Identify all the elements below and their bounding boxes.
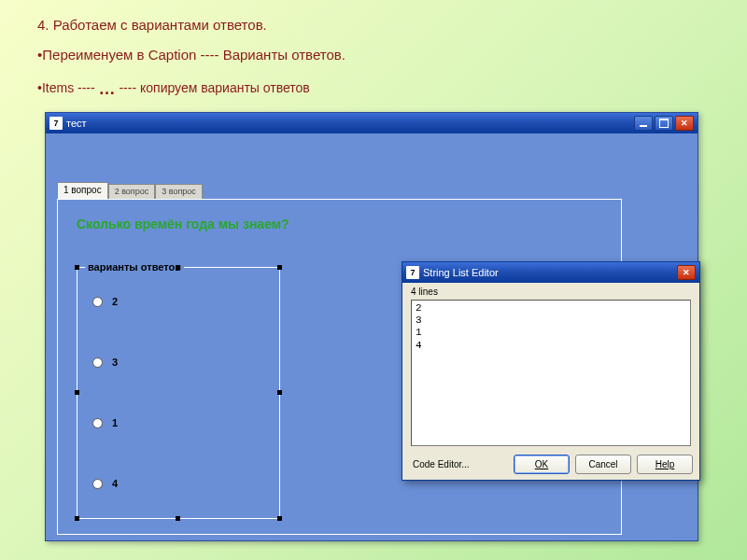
app-icon: 7 (406, 266, 419, 279)
radio-option-1[interactable]: 2 (92, 296, 118, 307)
ok-button[interactable]: OK (514, 455, 570, 474)
instruction-line-3: •Items ---- … ---- копируем варианты отв… (37, 79, 310, 99)
radio-icon (92, 357, 103, 368)
sle-textarea[interactable]: 2 3 1 4 (411, 300, 691, 446)
radiogroup-answers[interactable]: варианты ответов 2 (77, 267, 280, 519)
radio-label: 4 (112, 478, 118, 489)
instruction-line-2: •Переименуем в Caption ---- Варианты отв… (37, 47, 345, 63)
radio-option-4[interactable]: 4 (92, 478, 118, 489)
tab-3[interactable]: 3 вопрос (155, 184, 203, 199)
app-icon: 7 (49, 117, 63, 130)
selection-handle[interactable] (277, 516, 282, 521)
ellipsis: … (99, 79, 116, 98)
cancel-button[interactable]: Cancel (575, 455, 631, 474)
help-button[interactable]: Help (637, 455, 693, 474)
sle-line-count: 4 lines (411, 287, 438, 297)
radio-icon (92, 297, 103, 307)
sle-body: 4 lines 2 3 1 4 (405, 285, 697, 450)
sle-title: String List Editor (423, 267, 499, 278)
radiogroup-caption: варианты ответов (85, 261, 184, 273)
selection-handle[interactable] (75, 265, 79, 270)
tab-2[interactable]: 2 вопрос (108, 184, 156, 199)
radio-option-3[interactable]: 1 (92, 417, 118, 428)
help-label: Help (655, 459, 675, 469)
sle-titlebar[interactable]: 7 String List Editor (402, 262, 699, 283)
instruction-line-1: 4. Работаем с вариантами ответов. (37, 17, 267, 33)
radio-label: 2 (112, 296, 118, 307)
radio-icon (92, 418, 103, 428)
selection-handle[interactable] (277, 265, 282, 270)
question-label[interactable]: Сколько времён года мы знаем? (77, 217, 289, 231)
tab-1[interactable]: 1 вопрос (57, 182, 108, 199)
ok-label: OK (535, 459, 548, 469)
instruction-line-3a: •Items ---- (37, 80, 99, 95)
string-list-editor-dialog[interactable]: 7 String List Editor 4 lines 2 3 1 4 Cod… (402, 261, 700, 481)
tab-row: 1 вопрос 2 вопрос 3 вопрос (57, 182, 622, 199)
sle-close-button[interactable] (677, 265, 696, 280)
maximize-button[interactable] (655, 116, 673, 131)
instruction-line-3b: ---- копируем варианты ответов (116, 80, 310, 95)
close-button[interactable] (675, 116, 694, 131)
main-window-title: тест (66, 118, 87, 129)
code-editor-button[interactable]: Code Editor... (409, 456, 473, 472)
minimize-button[interactable] (634, 116, 653, 131)
radio-label: 3 (112, 357, 118, 368)
selection-handle[interactable] (75, 390, 79, 395)
selection-handle[interactable] (176, 516, 180, 521)
radio-icon (92, 479, 103, 489)
sle-footer: Code Editor... OK Cancel Help (405, 452, 697, 476)
radio-label: 1 (112, 417, 118, 428)
selection-handle[interactable] (75, 516, 79, 521)
radio-option-2[interactable]: 3 (92, 357, 118, 368)
main-titlebar[interactable]: 7 тест (46, 113, 698, 133)
selection-handle[interactable] (176, 265, 180, 270)
selection-handle[interactable] (277, 390, 282, 395)
